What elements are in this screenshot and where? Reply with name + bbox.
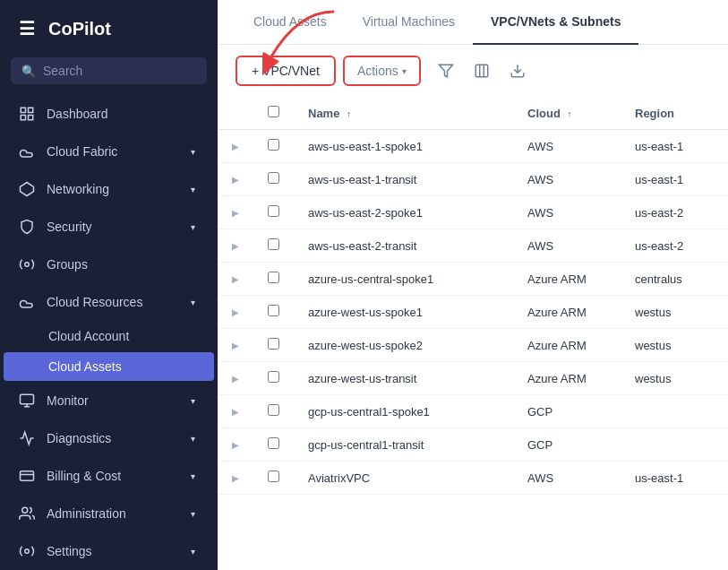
row-expand-5[interactable]: ▶ — [218, 296, 253, 329]
cloud-col-header[interactable]: Cloud ↑ — [513, 97, 621, 130]
sidebar-item-monitor[interactable]: Monitor ▾ — [4, 383, 214, 419]
tab-cloud-assets[interactable]: Cloud Assets — [236, 0, 345, 45]
sidebar-item-networking[interactable]: Networking ▾ — [4, 171, 214, 207]
row-checkbox-9[interactable] — [253, 428, 294, 462]
administration-icon — [18, 505, 36, 522]
sidebar-item-cloud-assets[interactable]: Cloud Assets — [4, 352, 214, 381]
row-name-9: gcp-us-central1-transit — [294, 428, 513, 462]
sidebar-item-groups[interactable]: Groups — [4, 246, 214, 282]
sidebar-item-settings[interactable]: Settings ▾ — [4, 533, 214, 569]
download-icon[interactable] — [507, 60, 528, 82]
cloud-resources-icon — [18, 293, 36, 311]
search-input[interactable] — [43, 64, 196, 78]
row-expand-7[interactable]: ▶ — [218, 362, 253, 395]
row-name-8: gcp-us-central1-spoke1 — [294, 395, 513, 428]
menu-icon[interactable]: ☰ — [14, 16, 39, 41]
table-row: ▶ azure-west-us-spoke1 Azure ARM westus — [218, 296, 728, 329]
row-expand-4[interactable]: ▶ — [218, 263, 253, 296]
sidebar-subitem-label: Cloud Assets — [48, 359, 122, 374]
sidebar-item-label: Billing & Cost — [47, 469, 175, 483]
tab-virtual-machines[interactable]: Virtual Machines — [345, 0, 473, 45]
sidebar-item-label: Diagnostics — [47, 431, 175, 445]
row-name-2: aws-us-east-2-spoke1 — [294, 196, 513, 229]
networking-icon — [18, 180, 36, 198]
sidebar-item-cloud-fabric[interactable]: Cloud Fabric ▾ — [4, 134, 214, 169]
table-row: ▶ gcp-us-central1-transit GCP — [218, 428, 728, 462]
search-container[interactable]: 🔍 — [11, 57, 207, 84]
row-name-1: aws-us-east-1-transit — [294, 163, 513, 196]
sidebar-logo: ☰ CoPilot — [0, 0, 218, 57]
sidebar-item-label: Dashboard — [47, 107, 200, 121]
row-checkbox-10[interactable] — [253, 462, 294, 495]
sidebar-item-label: Settings — [47, 544, 175, 558]
chevron-down-icon: ▾ — [185, 431, 200, 445]
row-checkbox-4[interactable] — [253, 263, 294, 296]
row-region-5: westus — [621, 296, 728, 329]
columns-icon[interactable] — [471, 60, 492, 82]
search-icon: 🔍 — [21, 65, 36, 78]
row-cloud-3: AWS — [513, 229, 621, 263]
checkbox-col-header[interactable] — [253, 97, 294, 130]
diagnostics-icon — [18, 429, 36, 447]
sidebar-item-billing-cost[interactable]: Billing & Cost ▾ — [4, 458, 214, 494]
row-checkbox-1[interactable] — [253, 163, 294, 196]
row-expand-9[interactable]: ▶ — [218, 428, 253, 462]
row-cloud-0: AWS — [513, 130, 621, 163]
row-cloud-10: AWS — [513, 462, 621, 495]
row-checkbox-7[interactable] — [253, 362, 294, 395]
sidebar-item-cloud-resources[interactable]: Cloud Resources ▾ — [4, 284, 214, 320]
sidebar-item-security[interactable]: Security ▾ — [4, 209, 214, 245]
row-cloud-9: GCP — [513, 428, 621, 462]
chevron-down-icon: ▾ — [185, 393, 200, 408]
row-region-10: us-east-1 — [621, 462, 728, 495]
svg-rect-0 — [21, 108, 25, 112]
row-region-6: westus — [621, 329, 728, 362]
row-expand-2[interactable]: ▶ — [218, 196, 253, 229]
actions-chevron-icon: ▾ — [402, 66, 407, 76]
sidebar-item-cloud-account[interactable]: Cloud Account — [4, 322, 214, 350]
row-region-9 — [621, 428, 728, 462]
row-checkbox-6[interactable] — [253, 329, 294, 362]
row-expand-10[interactable]: ▶ — [218, 462, 253, 495]
actions-button[interactable]: Actions ▾ — [343, 56, 421, 86]
svg-point-9 — [22, 507, 28, 513]
sidebar-item-diagnostics[interactable]: Diagnostics ▾ — [4, 420, 214, 456]
row-cloud-2: AWS — [513, 196, 621, 229]
row-expand-0[interactable]: ▶ — [218, 130, 253, 163]
row-cloud-6: Azure ARM — [513, 329, 621, 362]
row-expand-6[interactable]: ▶ — [218, 329, 253, 362]
row-expand-8[interactable]: ▶ — [218, 395, 253, 428]
chevron-down-icon: ▾ — [185, 506, 200, 521]
row-checkbox-0[interactable] — [253, 130, 294, 163]
row-checkbox-8[interactable] — [253, 395, 294, 428]
sidebar-item-administration[interactable]: Administration ▾ — [4, 496, 214, 531]
tab-vpc-vnets-subnets[interactable]: VPC/VNets & Subnets — [473, 0, 638, 45]
select-all-checkbox[interactable] — [268, 106, 279, 117]
region-col-header[interactable]: Region — [621, 97, 728, 130]
name-col-header[interactable]: Name ↑ — [294, 97, 513, 130]
svg-rect-1 — [29, 108, 33, 112]
table: Name ↑ Cloud ↑ Region ▶ aws-us-east-1-sp… — [218, 97, 728, 495]
row-region-3: us-east-2 — [621, 229, 728, 263]
row-checkbox-3[interactable] — [253, 229, 294, 263]
row-checkbox-2[interactable] — [253, 196, 294, 229]
row-cloud-7: Azure ARM — [513, 362, 621, 395]
main-content: Cloud Assets Virtual Machines VPC/VNets … — [218, 0, 728, 570]
chevron-down-icon: ▾ — [185, 182, 200, 196]
table-header-row: Name ↑ Cloud ↑ Region — [218, 97, 728, 130]
svg-point-5 — [25, 263, 30, 267]
row-region-7: westus — [621, 362, 728, 395]
expand-col-header — [218, 97, 253, 130]
add-vpc-vnet-button[interactable]: + VPC/VNet — [236, 56, 336, 86]
sidebar-item-dashboard[interactable]: Dashboard — [4, 96, 214, 132]
table-body: ▶ aws-us-east-1-spoke1 AWS us-east-1 ▶ a… — [218, 130, 728, 495]
row-region-0: us-east-1 — [621, 130, 728, 163]
row-name-4: azure-us-central-spoke1 — [294, 263, 513, 296]
filter-icon[interactable] — [435, 60, 457, 82]
svg-marker-4 — [21, 183, 34, 196]
row-checkbox-5[interactable] — [253, 296, 294, 329]
svg-marker-12 — [439, 65, 452, 77]
row-expand-3[interactable]: ▶ — [218, 229, 253, 263]
row-expand-1[interactable]: ▶ — [218, 163, 253, 196]
row-name-3: aws-us-east-2-transit — [294, 229, 513, 263]
